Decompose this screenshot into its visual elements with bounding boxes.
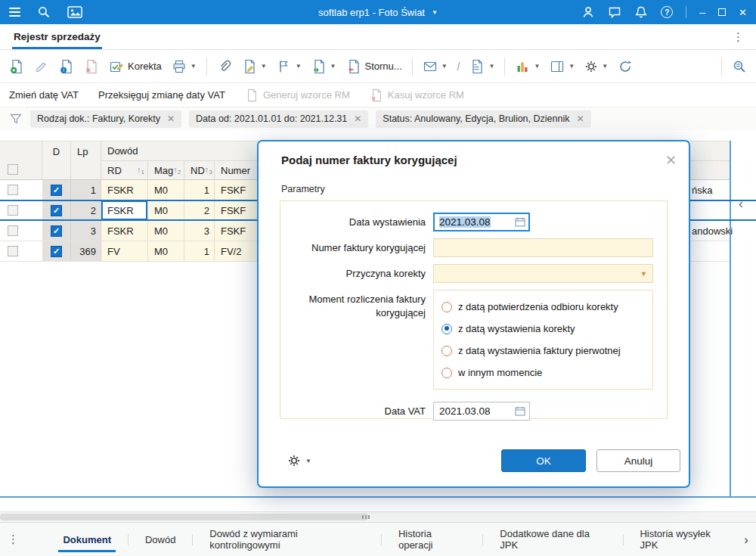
storno-button[interactable]: Stornu... (346, 59, 402, 74)
row-checkbox[interactable] (8, 225, 18, 236)
close-icon[interactable]: ✕ (665, 154, 677, 167)
tab-dokument[interactable]: Dokument (46, 523, 128, 556)
chevron-right-icon[interactable]: › (744, 533, 748, 546)
row-select-cell[interactable] (0, 200, 42, 220)
forward-document-dropdown[interactable]: ▼ (311, 59, 336, 74)
generuj-wzorce-rm-button[interactable]: Generuj wzorce RM (245, 89, 350, 102)
refresh-button[interactable] (618, 59, 633, 74)
user-icon[interactable] (581, 5, 595, 19)
filter-chip-status[interactable]: Status: Anulowany, Edycja, Brulion, Dzie… (376, 110, 590, 128)
gallery-icon[interactable] (67, 6, 82, 18)
layout-dropdown[interactable]: ▼ (550, 59, 575, 74)
close-icon[interactable]: ✕ (576, 114, 584, 123)
menu-icon[interactable] (9, 8, 20, 17)
cell-lp[interactable]: 3 (71, 221, 101, 241)
numer-faktury-input[interactable] (433, 238, 653, 257)
chart-dropdown[interactable]: ▼ (515, 59, 540, 74)
radio-option-w-innym-momencie[interactable]: w innym momencie (442, 365, 645, 381)
calendar-icon[interactable] (515, 217, 525, 227)
cell-d[interactable] (42, 180, 71, 200)
scrollbar-thumb[interactable] (0, 514, 368, 520)
radio-option-potwierdzenie-odbioru[interactable]: z datą potwierdzenia odbioru korekty (442, 299, 645, 315)
print-dropdown[interactable]: ▼ (172, 59, 197, 74)
tab-dowod[interactable]: Dowód (129, 523, 192, 556)
row-select-cell[interactable] (0, 241, 42, 261)
tab-historia-operacji[interactable]: Historia operacji (382, 523, 482, 556)
tab-rejestr-sprzedazy[interactable]: Rejestr sprzedaży (12, 24, 102, 49)
send-dropdown[interactable]: ▼ (423, 59, 448, 74)
cell-rd[interactable]: FV (101, 241, 148, 261)
document-info-button[interactable]: i (59, 59, 74, 74)
close-icon[interactable]: ✕ (739, 8, 747, 17)
data-vat-input[interactable]: 2021.03.08 (433, 402, 530, 421)
przyczyna-korekty-select[interactable]: ▼ (433, 264, 653, 283)
select-all-checkbox[interactable] (8, 164, 18, 175)
export-dropdown[interactable]: ▼ (469, 59, 494, 74)
window-title-group[interactable]: softlab erp1 - Foto Świat ▼ (318, 7, 438, 18)
cancel-button[interactable]: Anuluj (596, 449, 680, 472)
cell-d[interactable] (42, 221, 71, 241)
collapse-panel-icon[interactable]: ‹ (739, 197, 743, 210)
chat-icon[interactable] (608, 5, 621, 19)
kasuj-wzorce-rm-button[interactable]: Kasuj wzorce RM (370, 89, 464, 102)
help-icon[interactable]: ? (661, 6, 673, 18)
tab-dowod-z-wymiarami[interactable]: Dowód z wymiarami kontrolingowymi (193, 523, 381, 556)
cell-mag[interactable]: M0 (148, 221, 184, 241)
tab-dodatkowe-dane-jpk[interactable]: Dodatkowe dane dla JPK (483, 523, 622, 556)
new-document-button[interactable] (9, 59, 24, 74)
close-icon[interactable]: ✕ (354, 114, 361, 123)
d-checkbox[interactable] (51, 205, 62, 216)
cell-lp[interactable]: 1 (71, 180, 101, 200)
cell-mag[interactable]: M0 (148, 241, 184, 261)
splitter-grip-icon[interactable] (362, 515, 370, 519)
dialog-settings-dropdown[interactable]: ▼ (287, 454, 311, 467)
cell-nd[interactable]: 1 (184, 180, 215, 200)
settings-dropdown[interactable]: ▼ (584, 60, 608, 73)
d-checkbox[interactable] (51, 185, 62, 196)
delete-document-button[interactable] (84, 59, 99, 74)
row-select-cell[interactable] (0, 180, 42, 200)
cell-nd[interactable]: 2 (184, 200, 215, 220)
maximize-icon[interactable] (718, 8, 726, 16)
d-checkbox[interactable] (51, 246, 62, 257)
cell-mag[interactable]: M0 (148, 200, 184, 220)
filter-icon[interactable] (9, 112, 23, 126)
radio-option-data-faktury-pierwotnej[interactable]: z datą wystawienia faktury pierwotnej (442, 343, 645, 359)
tab-historia-wysylek-jpk[interactable]: Historia wysyłek JPK (623, 523, 744, 556)
more-options-icon[interactable]: ⋮ (733, 30, 744, 44)
cell-rd[interactable]: FSKR (101, 180, 148, 200)
korekta-button[interactable]: Korekta (109, 59, 162, 74)
d-checkbox[interactable] (51, 225, 62, 237)
column-header-rd[interactable]: RD↑1 (101, 161, 148, 179)
radio-option-data-wystawienia-korekty[interactable]: z datą wystawienia korekty (442, 321, 645, 337)
attachment-button[interactable] (217, 59, 232, 74)
cell-nd[interactable]: 3 (184, 221, 215, 241)
edit-button[interactable] (34, 59, 49, 74)
column-header-nd[interactable]: ND↑3 (184, 161, 215, 179)
filter-chip-data[interactable]: Data od: 2021.01.01 do: 2021.12.31✕ (189, 110, 368, 128)
close-icon[interactable]: ✕ (167, 114, 175, 123)
panel-splitter[interactable] (730, 141, 731, 498)
row-checkbox[interactable] (8, 185, 18, 195)
cell-lp[interactable]: 369 (71, 241, 101, 261)
flag-dropdown[interactable]: ▼ (277, 59, 302, 74)
search-icon[interactable] (37, 5, 51, 19)
more-options-icon[interactable]: ⋮ (8, 533, 25, 546)
edit-document-dropdown[interactable]: ▼ (242, 59, 267, 74)
cell-lp[interactable]: 2 (71, 200, 101, 220)
minimize-icon[interactable]: – (699, 7, 705, 17)
cell-d[interactable] (42, 241, 71, 261)
grid-search-button[interactable] (732, 59, 747, 74)
column-header-lp[interactable]: Lp (71, 141, 101, 179)
filter-chip-rodzaj-dok[interactable]: Rodzaj dok.: Faktury, Korekty✕ (30, 110, 181, 128)
row-checkbox[interactable] (8, 205, 18, 216)
row-checkbox[interactable] (8, 246, 18, 256)
cell-d[interactable] (42, 200, 71, 220)
column-header-d[interactable]: D (42, 141, 71, 179)
bell-icon[interactable] (634, 5, 648, 19)
cell-nd[interactable]: 1 (184, 241, 215, 261)
cell-rd[interactable]: FSKR (101, 221, 148, 241)
horizontal-scrollbar[interactable] (0, 511, 756, 522)
cell-rd[interactable]: FSKR (101, 200, 148, 220)
calendar-icon[interactable] (515, 406, 525, 416)
